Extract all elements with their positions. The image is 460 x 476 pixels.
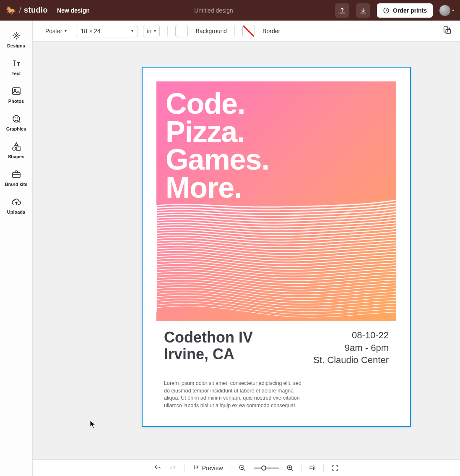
sidebar-item-uploads[interactable]: Uploads: [0, 192, 32, 220]
clock-icon: [383, 7, 390, 14]
document-toolbar: Poster ▾ 18 × 24 ▾ in ▾ Background Borde…: [33, 21, 460, 42]
sidebar-item-text[interactable]: Text: [0, 53, 32, 81]
sidebar-item-label: Uploads: [7, 209, 25, 214]
separator: [323, 464, 324, 472]
orientation-toggle[interactable]: [442, 26, 452, 36]
download-button[interactable]: [356, 3, 370, 18]
headline-line: Code.: [166, 90, 269, 118]
fit-label[interactable]: Fit: [309, 465, 316, 471]
unit-select[interactable]: in ▾: [143, 25, 160, 37]
sidebar-item-label: Designs: [7, 43, 25, 48]
graphics-icon: [11, 114, 21, 124]
poster-lower: Codethon IV Irvine, CA 08-10-22 9am - 6p…: [156, 329, 396, 412]
separator: [184, 464, 185, 472]
artboard[interactable]: Code. Pizza. Games. More. Codethon IV: [156, 81, 396, 412]
svg-rect-7: [17, 147, 20, 150]
separator: [231, 464, 231, 472]
sidebar-item-photos[interactable]: Photos: [0, 81, 32, 109]
sidebar-item-graphics[interactable]: Graphics: [0, 109, 32, 136]
zoom-in-button[interactable]: [286, 464, 294, 472]
order-prints-label: Order prints: [393, 7, 427, 14]
event-title-line: Codethon IV: [164, 329, 253, 346]
zoom-thumb[interactable]: [261, 466, 266, 471]
main-panel: Poster ▾ 18 × 24 ▾ in ▾ Background Borde…: [33, 21, 460, 476]
separator: [301, 464, 302, 472]
event-description[interactable]: Lorem ipsum dolor sit amet, consectetur …: [164, 380, 302, 409]
horse-icon: 🐎: [6, 5, 17, 16]
event-title-line: Irvine, CA: [164, 346, 253, 363]
sidebar-item-label: Text: [12, 71, 21, 76]
svg-point-6: [13, 147, 16, 150]
sidebar-item-label: Photos: [8, 99, 24, 104]
shapes-icon: [11, 141, 21, 152]
wave-graphic: [156, 170, 396, 321]
sidebar-item-label: Graphics: [6, 126, 26, 131]
download-icon: [359, 7, 367, 14]
event-time: 9am - 6pm: [313, 342, 389, 354]
svg-point-5: [17, 118, 18, 118]
event-date: 08-10-22: [313, 329, 389, 342]
zoom-slider[interactable]: [254, 468, 279, 468]
border-swatch[interactable]: [242, 25, 255, 37]
event-venue: St. Claudio Center: [313, 354, 389, 366]
border-label: Border: [262, 28, 280, 34]
order-prints-button[interactable]: Order prints: [377, 3, 433, 18]
bottombar: Preview Fit: [33, 459, 460, 476]
svg-rect-10: [446, 29, 450, 33]
doc-size-value: 18 × 24: [81, 28, 100, 34]
preview-label: Preview: [202, 465, 223, 471]
sidebar-item-label: Shapes: [8, 154, 24, 159]
fullscreen-button[interactable]: [331, 464, 339, 472]
text-icon: [11, 58, 21, 68]
svg-rect-1: [13, 88, 20, 94]
background-swatch[interactable]: [175, 25, 188, 37]
doc-type-select[interactable]: Poster ▾: [41, 25, 71, 37]
new-design-link[interactable]: New design: [55, 5, 92, 16]
event-title[interactable]: Codethon IV Irvine, CA: [164, 329, 253, 366]
poster-hero[interactable]: Code. Pizza. Games. More.: [156, 81, 396, 321]
headline-line: Pizza.: [166, 118, 269, 146]
zoom-out-button[interactable]: [239, 464, 246, 472]
svg-point-4: [14, 118, 15, 118]
cloud-upload-icon: [11, 197, 21, 207]
user-menu[interactable]: ▾: [439, 5, 454, 16]
photos-icon: [11, 86, 21, 96]
chevron-down-icon: ▾: [154, 29, 156, 33]
upload-icon: [338, 7, 346, 14]
briefcase-icon: [11, 169, 21, 179]
chevron-down-icon: ▾: [452, 8, 454, 13]
artboard-frame[interactable]: Code. Pizza. Games. More. Codethon IV: [142, 67, 411, 427]
sidebar-item-shapes[interactable]: Shapes: [0, 136, 32, 164]
slash-icon: /: [19, 6, 22, 15]
chevron-down-icon: ▾: [65, 29, 67, 33]
designs-icon: [11, 31, 21, 41]
canvas-area[interactable]: Code. Pizza. Games. More. Codethon IV: [33, 42, 460, 459]
svg-rect-8: [13, 173, 20, 178]
sidebar-item-label: Brand kits: [5, 182, 28, 187]
event-info[interactable]: 08-10-22 9am - 6pm St. Claudio Center: [313, 329, 389, 366]
unit-value: in: [147, 28, 151, 34]
share-button[interactable]: [335, 3, 349, 18]
background-label: Background: [195, 28, 227, 34]
separator: [167, 26, 168, 37]
chevron-down-icon: ▾: [131, 29, 133, 33]
sidebar-item-brand-kits[interactable]: Brand kits: [0, 164, 32, 192]
doc-size-select[interactable]: 18 × 24 ▾: [76, 25, 138, 37]
document-title[interactable]: Untitled design: [99, 7, 328, 14]
topbar: 🐎 / studio New design Untitled design Or…: [0, 0, 460, 21]
app-logo[interactable]: 🐎 / studio: [6, 5, 48, 16]
crop-preview-button[interactable]: Preview: [192, 464, 223, 472]
separator: [234, 26, 235, 37]
sidebar: Designs Text Photos Graphics Shapes: [0, 21, 33, 476]
doc-type-label: Poster: [45, 28, 62, 34]
sidebar-item-designs[interactable]: Designs: [0, 26, 32, 53]
app-name: studio: [24, 6, 48, 15]
undo-button[interactable]: [154, 464, 161, 472]
avatar: [439, 5, 450, 16]
redo-button[interactable]: [169, 464, 177, 472]
